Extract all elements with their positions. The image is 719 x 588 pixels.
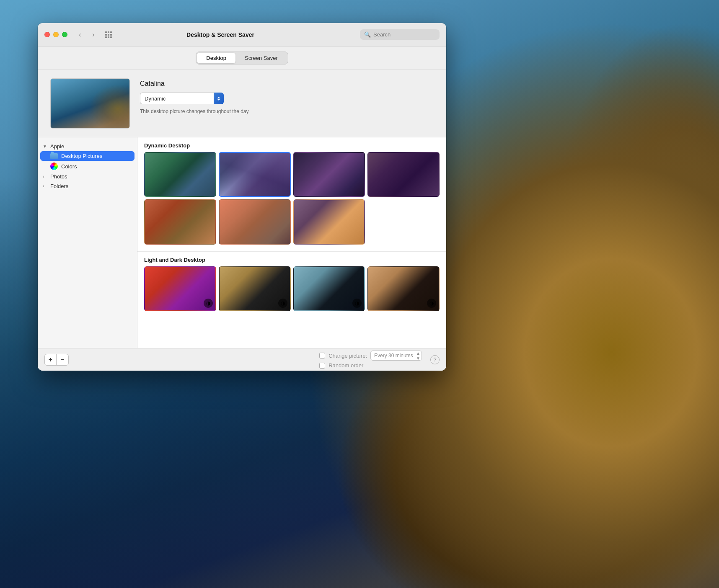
section-dynamic-desktop-title: Dynamic Desktop <box>137 137 446 152</box>
random-order-checkbox[interactable] <box>319 363 325 369</box>
change-picture-label: Change picture: <box>328 353 367 359</box>
chevron-down-icon: ▼ <box>43 144 49 149</box>
wallpaper-thumb[interactable] <box>144 199 216 244</box>
random-order-label: Random order <box>328 362 363 369</box>
folder-icon <box>50 153 58 159</box>
preview-description: This desktop picture changes throughout … <box>140 108 434 114</box>
sidebar-section-apple[interactable]: ▼ Apple <box>38 142 137 151</box>
wallpaper-thumb[interactable] <box>367 152 440 197</box>
help-button[interactable]: ? <box>430 355 440 364</box>
main-window: ‹ › Desktop & Screen Saver 🔍 Deskto <box>38 23 446 371</box>
wallpaper-thumb-ld2[interactable]: ◑ <box>219 266 291 311</box>
sidebar-item-colors-label: Colors <box>61 163 77 170</box>
tab-bar: Desktop Screen Saver <box>38 46 446 70</box>
sidebar: ▼ Apple Desktop Pictures Colors › Photos… <box>38 137 137 348</box>
search-icon: 🔍 <box>364 31 371 38</box>
window-title: Desktop & Screen Saver <box>81 31 360 38</box>
day-night-icon: ◑ <box>352 299 362 308</box>
chevron-right-icon-2: › <box>43 184 49 188</box>
sidebar-item-colors[interactable]: Colors <box>38 161 137 172</box>
sidebar-section-photos[interactable]: › Photos <box>38 172 137 181</box>
preview-area: Catalina Dynamic Light Dark This desktop… <box>38 70 446 137</box>
preview-info: Catalina Dynamic Light Dark This desktop… <box>140 78 434 114</box>
wallpaper-thumb[interactable] <box>293 199 365 244</box>
lower-section: ▼ Apple Desktop Pictures Colors › Photos… <box>38 137 446 348</box>
dropdown-control: Dynamic Light Dark <box>140 93 224 104</box>
sidebar-item-desktop-pictures-label: Desktop Pictures <box>61 153 102 159</box>
sidebar-section-folders[interactable]: › Folders <box>38 181 137 191</box>
sidebar-item-desktop-pictures[interactable]: Desktop Pictures <box>40 151 134 161</box>
add-button[interactable]: + <box>45 354 57 365</box>
remove-button[interactable]: − <box>57 354 68 365</box>
day-night-icon: ◑ <box>427 299 436 308</box>
light-dark-desktop-grid: ◑ ◑ ◑ ◑ <box>137 266 446 318</box>
wallpaper-thumb[interactable] <box>144 152 216 197</box>
interval-wrapper: Every 30 minutes Every 5 seconds Every 1… <box>370 351 422 361</box>
wallpaper-thumb-selected[interactable] <box>219 152 291 197</box>
sidebar-section-apple-label: Apple <box>50 143 64 150</box>
day-night-icon: ◑ <box>204 299 213 308</box>
day-night-icon: ◑ <box>278 299 287 308</box>
tab-desktop[interactable]: Desktop <box>197 53 235 63</box>
dynamic-dropdown[interactable]: Dynamic Light Dark <box>140 93 214 104</box>
wallpaper-thumb-ld1[interactable]: ◑ <box>144 266 216 311</box>
section-light-dark-desktop: Light and Dark Desktop ◑ ◑ ◑ ◑ <box>137 252 446 318</box>
bottom-bar: + − Change picture: Every 30 minutes Eve… <box>38 348 446 371</box>
colors-icon <box>50 162 58 170</box>
chevron-right-icon: › <box>43 174 49 179</box>
search-bar[interactable]: 🔍 <box>360 29 440 40</box>
minimize-button[interactable] <box>53 32 59 37</box>
change-picture-row: Change picture: Every 30 minutes Every 5… <box>319 351 422 361</box>
sidebar-section-photos-label: Photos <box>50 173 67 180</box>
wallpaper-thumb-ld4[interactable]: ◑ <box>367 266 440 311</box>
wallpaper-thumb[interactable] <box>293 152 365 197</box>
tab-group: Desktop Screen Saver <box>196 52 288 64</box>
section-dynamic-desktop: Dynamic Desktop <box>137 137 446 252</box>
change-picture-group: Change picture: Every 30 minutes Every 5… <box>319 351 422 369</box>
section-light-dark-desktop-title: Light and Dark Desktop <box>137 252 446 266</box>
interval-select[interactable]: Every 30 minutes Every 5 seconds Every 1… <box>370 351 422 361</box>
dropdown-spinner[interactable] <box>214 93 224 104</box>
dynamic-desktop-grid <box>137 152 446 251</box>
tab-screen-saver[interactable]: Screen Saver <box>235 53 287 63</box>
wallpaper-thumb[interactable] <box>219 199 291 244</box>
change-picture-checkbox[interactable] <box>319 353 325 358</box>
preview-thumbnail <box>50 78 130 129</box>
traffic-lights <box>44 32 67 37</box>
maximize-button[interactable] <box>62 32 67 37</box>
close-button[interactable] <box>44 32 50 37</box>
preview-name: Catalina <box>140 80 434 88</box>
wallpaper-area: Dynamic Desktop Light and Dark Desktop <box>137 137 446 348</box>
wallpaper-thumb-ld3[interactable]: ◑ <box>293 266 365 311</box>
main-content: Catalina Dynamic Light Dark This desktop… <box>38 70 446 371</box>
sidebar-section-folders-label: Folders <box>50 183 68 189</box>
titlebar: ‹ › Desktop & Screen Saver 🔍 <box>38 23 446 46</box>
search-input[interactable] <box>373 31 435 38</box>
random-order-row: Random order <box>319 362 422 369</box>
add-remove-buttons: + − <box>44 354 69 366</box>
